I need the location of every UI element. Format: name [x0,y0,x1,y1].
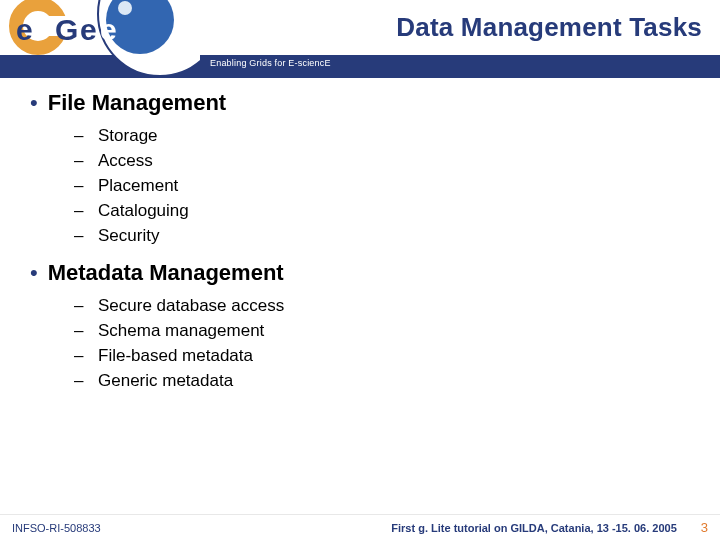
list-item: –Generic metadata [74,371,700,391]
section-metadata-management: • Metadata Management –Secure database a… [30,260,700,391]
svg-text:e: e [16,13,33,46]
list-item: –Access [74,151,700,171]
svg-text:G: G [55,13,78,46]
list-item: –File-based metadata [74,346,700,366]
list-item: –Security [74,226,700,246]
list-item: –Cataloguing [74,201,700,221]
footer-center: First g. Lite tutorial on GILDA, Catania… [391,522,676,534]
slide-title: Data Management Tasks [396,12,702,43]
list-item: –Schema management [74,321,700,341]
section-title: Metadata Management [48,260,284,286]
tagline: Enabling Grids for E-sciencE [210,58,331,68]
egee-logo: e G e e [0,0,200,78]
list-item: –Storage [74,126,700,146]
section-file-management: • File Management –Storage –Access –Plac… [30,90,700,246]
bullet-icon: • [30,92,38,114]
page-number: 3 [701,520,708,535]
list-item: –Placement [74,176,700,196]
footer-left: INFSO-RI-508833 [12,522,101,534]
svg-text:e: e [100,13,117,46]
svg-text:e: e [80,13,97,46]
bullet-icon: • [30,262,38,284]
section-title: File Management [48,90,226,116]
footer: INFSO-RI-508833 First g. Lite tutorial o… [0,514,720,540]
svg-point-5 [118,1,132,15]
list-item: –Secure database access [74,296,700,316]
